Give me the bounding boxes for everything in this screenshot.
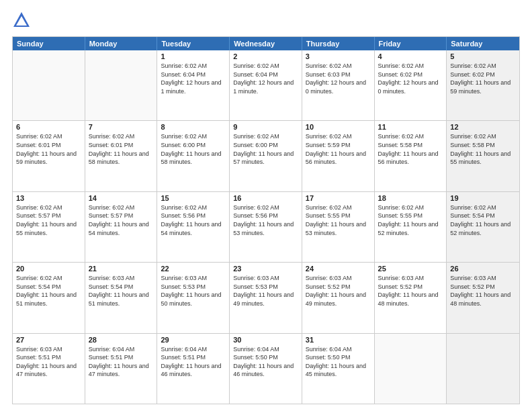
day-number: 21: [89, 265, 154, 273]
sunrise-line: Sunrise: 6:03 AM: [89, 274, 154, 283]
sunrise-line: Sunrise: 6:03 AM: [233, 274, 298, 283]
sunrise-line: Sunrise: 6:02 AM: [378, 62, 443, 71]
daylight-line: Daylight: 11 hours and 47 minutes.: [89, 362, 154, 379]
sunset-line: Sunset: 5:55 PM: [306, 212, 371, 220]
daylight-line: Daylight: 12 hours and 0 minutes.: [378, 79, 443, 95]
calendar-cell: 1Sunrise: 6:02 AMSunset: 6:04 PMDaylight…: [157, 50, 230, 120]
day-number: 17: [306, 194, 371, 202]
daylight-line: Daylight: 11 hours and 48 minutes.: [450, 291, 516, 308]
daylight-line: Daylight: 11 hours and 53 minutes.: [233, 220, 298, 237]
daylight-line: Daylight: 11 hours and 55 minutes.: [450, 150, 516, 167]
sunrise-line: Sunrise: 6:02 AM: [378, 203, 443, 212]
daylight-line: Daylight: 11 hours and 50 minutes.: [161, 291, 226, 308]
day-number: 11: [378, 123, 443, 131]
calendar-cell: 14Sunrise: 6:02 AMSunset: 5:57 PMDayligh…: [85, 192, 158, 262]
daylight-line: Daylight: 11 hours and 52 minutes.: [378, 220, 443, 237]
daylight-line: Daylight: 11 hours and 47 minutes.: [16, 362, 81, 379]
day-number: 29: [161, 336, 226, 344]
header: [12, 11, 520, 30]
sunrise-line: Sunrise: 6:03 AM: [450, 274, 516, 283]
calendar-body: 1Sunrise: 6:02 AMSunset: 6:04 PMDaylight…: [13, 50, 519, 404]
calendar-cell: 11Sunrise: 6:02 AMSunset: 5:58 PMDayligh…: [375, 121, 447, 191]
daylight-line: Daylight: 11 hours and 46 minutes.: [161, 362, 226, 379]
calendar-cell: 10Sunrise: 6:02 AMSunset: 5:59 PMDayligh…: [302, 121, 375, 191]
sunrise-line: Sunrise: 6:02 AM: [233, 132, 298, 141]
calendar-cell: 26Sunrise: 6:03 AMSunset: 5:52 PMDayligh…: [447, 263, 519, 332]
calendar-cell: 17Sunrise: 6:02 AMSunset: 5:55 PMDayligh…: [302, 192, 375, 262]
header-day-friday: Friday: [375, 37, 447, 50]
daylight-line: Daylight: 12 hours and 1 minute.: [161, 79, 226, 95]
day-number: 22: [161, 265, 226, 273]
daylight-line: Daylight: 11 hours and 59 minutes.: [16, 150, 81, 167]
calendar-cell: 6Sunrise: 6:02 AMSunset: 6:01 PMDaylight…: [13, 121, 85, 191]
day-number: 6: [16, 123, 81, 131]
day-number: 15: [161, 194, 226, 202]
calendar-cell: 19Sunrise: 6:02 AMSunset: 5:54 PMDayligh…: [447, 192, 519, 262]
sunrise-line: Sunrise: 6:02 AM: [450, 62, 516, 71]
calendar: SundayMondayTuesdayWednesdayThursdayFrid…: [12, 36, 520, 404]
sunset-line: Sunset: 5:52 PM: [450, 283, 516, 291]
sunrise-line: Sunrise: 6:04 AM: [89, 345, 154, 354]
daylight-line: Daylight: 11 hours and 58 minutes.: [161, 150, 226, 167]
day-number: 13: [16, 194, 81, 202]
sunrise-line: Sunrise: 6:02 AM: [161, 203, 226, 212]
daylight-line: Daylight: 11 hours and 45 minutes.: [306, 362, 371, 379]
sunrise-line: Sunrise: 6:02 AM: [89, 203, 154, 212]
header-day-monday: Monday: [85, 37, 158, 50]
sunset-line: Sunset: 6:01 PM: [16, 141, 81, 150]
daylight-line: Daylight: 12 hours and 0 minutes.: [306, 79, 371, 95]
calendar-cell: 27Sunrise: 6:03 AMSunset: 5:51 PMDayligh…: [13, 334, 85, 404]
calendar-cell: 7Sunrise: 6:02 AMSunset: 6:01 PMDaylight…: [85, 121, 158, 191]
sunset-line: Sunset: 5:52 PM: [306, 283, 371, 291]
daylight-line: Daylight: 11 hours and 56 minutes.: [378, 150, 443, 167]
daylight-line: Daylight: 11 hours and 58 minutes.: [89, 150, 154, 167]
sunrise-line: Sunrise: 6:04 AM: [161, 345, 226, 354]
sunrise-line: Sunrise: 6:03 AM: [378, 274, 443, 283]
sunset-line: Sunset: 5:53 PM: [161, 283, 226, 291]
sunset-line: Sunset: 5:50 PM: [306, 353, 371, 362]
sunrise-line: Sunrise: 6:02 AM: [161, 132, 226, 141]
sunset-line: Sunset: 5:55 PM: [378, 212, 443, 220]
calendar-cell: 12Sunrise: 6:02 AMSunset: 5:58 PMDayligh…: [447, 121, 519, 191]
sunset-line: Sunset: 5:51 PM: [89, 353, 154, 362]
daylight-line: Daylight: 11 hours and 51 minutes.: [16, 291, 81, 308]
calendar-cell: 13Sunrise: 6:02 AMSunset: 5:57 PMDayligh…: [13, 192, 85, 262]
day-number: 1: [161, 52, 226, 60]
day-number: 30: [233, 336, 298, 344]
sunrise-line: Sunrise: 6:02 AM: [16, 203, 81, 212]
calendar-cell: 28Sunrise: 6:04 AMSunset: 5:51 PMDayligh…: [85, 334, 158, 404]
calendar-cell: 2Sunrise: 6:02 AMSunset: 6:04 PMDaylight…: [230, 50, 302, 120]
day-number: 28: [89, 336, 154, 344]
header-day-wednesday: Wednesday: [230, 37, 302, 50]
sunset-line: Sunset: 5:54 PM: [89, 283, 154, 291]
sunset-line: Sunset: 6:02 PM: [378, 71, 443, 79]
sunset-line: Sunset: 5:56 PM: [161, 212, 226, 220]
calendar-cell: 15Sunrise: 6:02 AMSunset: 5:56 PMDayligh…: [157, 192, 230, 262]
calendar-cell: 21Sunrise: 6:03 AMSunset: 5:54 PMDayligh…: [85, 263, 158, 332]
daylight-line: Daylight: 11 hours and 59 minutes.: [450, 79, 516, 95]
day-number: 10: [306, 123, 371, 131]
sunset-line: Sunset: 5:53 PM: [233, 283, 298, 291]
sunrise-line: Sunrise: 6:02 AM: [306, 62, 371, 71]
day-number: 19: [450, 194, 516, 202]
day-number: 24: [306, 265, 371, 273]
sunset-line: Sunset: 5:57 PM: [89, 212, 154, 220]
sunrise-line: Sunrise: 6:04 AM: [233, 345, 298, 354]
sunset-line: Sunset: 5:57 PM: [16, 212, 81, 220]
calendar-cell: 4Sunrise: 6:02 AMSunset: 6:02 PMDaylight…: [375, 50, 447, 120]
calendar-cell: 3Sunrise: 6:02 AMSunset: 6:03 PMDaylight…: [302, 50, 375, 120]
calendar-cell: 30Sunrise: 6:04 AMSunset: 5:50 PMDayligh…: [230, 334, 302, 404]
calendar-cell: 23Sunrise: 6:03 AMSunset: 5:53 PMDayligh…: [230, 263, 302, 332]
day-number: 20: [16, 265, 81, 273]
calendar-cell: [375, 334, 447, 404]
daylight-line: Daylight: 11 hours and 48 minutes.: [378, 291, 443, 308]
sunrise-line: Sunrise: 6:02 AM: [16, 274, 81, 283]
day-number: 31: [306, 336, 371, 344]
sunset-line: Sunset: 5:58 PM: [450, 141, 516, 150]
day-number: 7: [89, 123, 154, 131]
page: SundayMondayTuesdayWednesdayThursdayFrid…: [0, 0, 532, 411]
daylight-line: Daylight: 11 hours and 54 minutes.: [89, 220, 154, 237]
day-number: 8: [161, 123, 226, 131]
sunset-line: Sunset: 6:00 PM: [233, 141, 298, 150]
sunset-line: Sunset: 6:00 PM: [161, 141, 226, 150]
